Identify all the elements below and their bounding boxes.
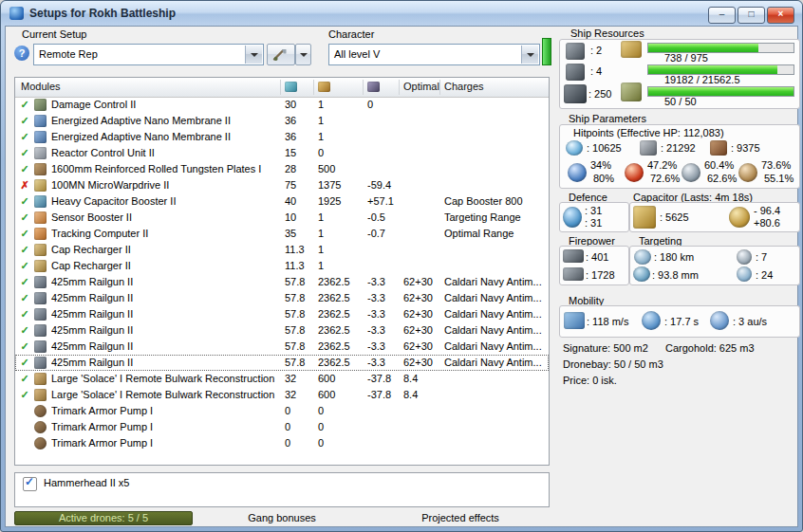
ship-resources-title: Ship Resources — [570, 28, 644, 39]
module-row[interactable]: Trimark Armor Pump I 0 0 — [15, 435, 549, 451]
maximize-button[interactable]: □ — [738, 7, 765, 24]
module-type-icon — [34, 389, 47, 401]
character-dropdown-button[interactable] — [521, 46, 538, 64]
module-row[interactable]: ✓ Tracking Computer II 35 1 -0.7 Optimal… — [15, 226, 549, 242]
module-cpu-value: 75 — [285, 177, 296, 193]
help-icon[interactable]: ? — [14, 46, 29, 61]
module-optimal-value: 62+30 — [403, 274, 433, 290]
drone-list-item[interactable]: ✓ Hammerhead II x5 — [17, 476, 547, 491]
module-cpu-value: 36 — [285, 113, 296, 129]
module-row[interactable]: ✓ Heavy Capacitor Booster II 40 1925 +57… — [15, 193, 549, 210]
module-capacitor-value: -3.3 — [367, 306, 385, 322]
character-combobox[interactable]: All level V — [328, 44, 540, 65]
powergrid-column-icon[interactable] — [318, 82, 330, 92]
drone-checkbox[interactable]: ✓ — [23, 477, 37, 491]
screenshot-stage: Setups for Rokh Battleship – □ × Current… — [0, 0, 803, 532]
module-row[interactable]: ✓ 425mm Railgun II 57.8 2362.5 -3.3 62+3… — [15, 290, 549, 306]
module-status-icon: ✓ — [18, 145, 31, 161]
module-type-icon — [34, 163, 47, 175]
module-type-icon — [34, 437, 47, 449]
cpu-bar-caption: 738 / 975 — [664, 52, 708, 64]
module-row[interactable]: ✓ 425mm Railgun II 57.8 2362.5 -3.3 62+3… — [15, 322, 549, 339]
charges-column-header[interactable]: Charges — [444, 81, 484, 92]
module-row[interactable]: Trimark Armor Pump I 0 0 — [15, 419, 549, 435]
capacitor-column-icon[interactable] — [367, 82, 380, 92]
title-bar[interactable]: Setups for Rokh Battleship – □ × — [1, 1, 802, 26]
gang-bonuses-section[interactable]: Gang bonuses — [193, 511, 371, 525]
module-cpu-value: 0 — [285, 435, 290, 451]
setup-tools-dropdown-button[interactable] — [295, 44, 311, 65]
cpu-column-icon[interactable] — [285, 82, 297, 92]
module-type-icon — [34, 211, 47, 224]
application-window: Setups for Rokh Battleship – □ × Current… — [0, 0, 803, 532]
module-cpu-value: 36 — [285, 129, 296, 145]
module-optimal-value: 8.4 — [403, 371, 418, 387]
module-row[interactable]: ✓ Cap Recharger II 11.3 1 — [15, 242, 549, 258]
module-optimal-value: 62+30 — [403, 290, 433, 306]
module-row[interactable]: ✓ Energized Adaptive Nano Membrane II 36… — [15, 113, 549, 129]
minimize-button[interactable]: – — [708, 7, 736, 24]
sensor-strength-icon — [737, 266, 752, 282]
module-name: 425mm Railgun II — [51, 322, 283, 339]
module-charges-value: Cap Booster 800 — [444, 193, 549, 210]
module-status-icon: ✓ — [18, 97, 31, 113]
module-capacitor-value: -3.3 — [367, 274, 385, 290]
module-status-icon: ✓ — [18, 129, 31, 145]
header-separator — [280, 80, 281, 95]
module-powergrid-value: 0 — [318, 145, 324, 161]
price-value: Price: 0 isk. — [563, 375, 617, 386]
setup-tools-button[interactable] — [267, 44, 295, 65]
module-cpu-value: 57.8 — [285, 274, 305, 290]
powergrid-bar-caption: 19182 / 21562.5 — [664, 74, 740, 85]
optimal-column-header[interactable]: Optimal — [403, 81, 439, 92]
em-shield-resist-value: 34% — [590, 159, 611, 171]
module-status-icon: ✓ — [18, 258, 31, 274]
module-row[interactable]: ✗ 100MN MicroWarpdrive II 75 1375 -59.4 — [15, 177, 549, 193]
module-row[interactable]: ✓ Sensor Booster II 10 1 -0.5 Targeting … — [15, 210, 549, 226]
module-row[interactable]: ✓ 425mm Railgun II 57.8 2362.5 -3.3 62+3… — [15, 339, 549, 355]
active-drones-bar[interactable]: Active drones: 5 / 5 — [14, 511, 193, 525]
module-status-icon: ✓ — [18, 355, 31, 371]
module-status-icon: ✓ — [18, 322, 31, 339]
module-row[interactable]: ✓ Large 'Solace' I Remote Bulwark Recons… — [15, 371, 549, 387]
signature-value: Signature: 500 m2 — [563, 342, 648, 354]
module-name: Sensor Booster II — [51, 210, 283, 226]
module-row[interactable]: ✓ Damage Control II 30 1 0 — [15, 97, 549, 113]
projected-effects-section[interactable]: Projected effects — [371, 511, 550, 525]
targeting-panel: : 180 km : 7 : 93.8 mm : 24 — [629, 246, 800, 285]
module-capacitor-value: +57.1 — [367, 193, 394, 210]
ship-resources-panel: : 2 : 4 : 250 738 / 975 19182 / 21562.5 … — [559, 39, 800, 109]
turret-dps-value: : 401 — [586, 251, 608, 263]
module-optimal-value: 62+30 — [403, 355, 433, 371]
modules-table-header: Modules Optimal Charges — [15, 78, 549, 98]
module-status-icon: ✗ — [18, 177, 31, 193]
module-row[interactable]: ✓ 425mm Railgun II 57.8 2362.5 -3.3 62+3… — [15, 274, 549, 290]
module-row[interactable]: ✓ 425mm Railgun II 57.8 2362.5 -3.3 62+3… — [15, 355, 549, 371]
module-status-icon: ✓ — [18, 387, 31, 403]
current-setup-dropdown-button[interactable] — [245, 46, 262, 64]
module-optimal-value: 62+30 — [403, 306, 433, 322]
max-velocity-icon — [564, 312, 585, 329]
module-row[interactable]: ✓ 1600mm Reinforced Rolled Tungsten Plat… — [15, 161, 549, 177]
module-status-icon: ✓ — [18, 306, 31, 322]
module-charges-value: Caldari Navy Antim... — [444, 306, 549, 322]
dronebay-value: Dronebay: 50 / 50 m3 — [563, 358, 663, 370]
current-setup-combobox[interactable]: Remote Rep — [33, 44, 264, 65]
modules-column-header[interactable]: Modules — [21, 81, 61, 92]
module-row[interactable]: ✓ Large 'Solace' I Remote Bulwark Recons… — [15, 387, 549, 403]
module-row[interactable]: ✓ 425mm Railgun II 57.8 2362.5 -3.3 62+3… — [15, 306, 549, 322]
module-row[interactable]: ✓ Energized Adaptive Nano Membrane II 36… — [15, 129, 549, 145]
cpu-bar-fill — [648, 44, 758, 52]
module-type-icon — [34, 421, 47, 433]
module-row[interactable]: ✓ Reactor Control Unit II 15 0 — [15, 145, 549, 161]
close-button[interactable]: × — [767, 7, 794, 24]
module-charges-value: Targeting Range — [444, 210, 549, 226]
kinetic-armor-resist-value: 62.6% — [707, 173, 737, 184]
modules-table-body: ✓ Damage Control II 30 1 0 ✓ Energized A… — [15, 97, 549, 465]
drone-label: Hammerhead II x5 — [44, 477, 129, 488]
module-row[interactable]: ✓ Cap Recharger II 11.3 1 — [15, 258, 549, 274]
module-name: 425mm Railgun II — [51, 339, 283, 355]
module-row[interactable]: Trimark Armor Pump I 0 0 — [15, 403, 549, 419]
thermal-resist-icon — [625, 163, 644, 182]
module-name: Large 'Solace' I Remote Bulwark Reconstr… — [51, 387, 283, 403]
